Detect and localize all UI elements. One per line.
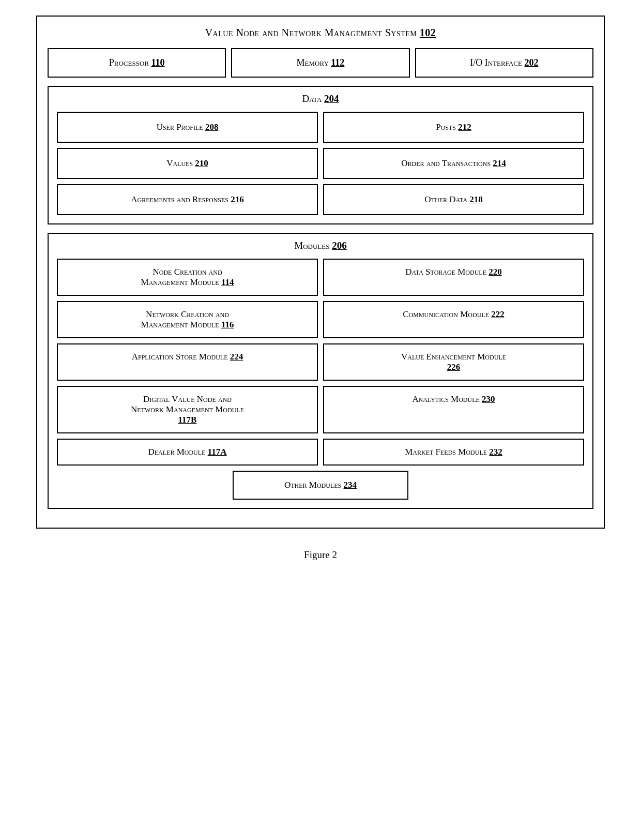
market-feeds-module-box: Market Feeds Module 232: [323, 439, 584, 466]
modules-section: Modules 206 Node Creation andManagement …: [48, 233, 593, 509]
other-modules-box: Other Modules 234: [233, 471, 408, 500]
value-enhancement-module-box: Value Enhancement Module226: [323, 343, 584, 381]
data-section: Data 204 User Profile 208 Posts 212 Valu…: [48, 86, 593, 224]
application-store-module-box: Application Store Module 224: [57, 343, 318, 381]
modules-grid: Node Creation andManagement Module 114 D…: [57, 259, 584, 466]
data-storage-module-box: Data Storage Module 220: [323, 259, 584, 296]
posts-box: Posts 212: [323, 112, 584, 143]
hardware-row: Processor 110 Memory 112 I/O Interface 2…: [48, 48, 593, 78]
order-transactions-box: Order and Transactions 214: [323, 148, 584, 179]
io-interface-box: I/O Interface 202: [415, 48, 593, 78]
outer-title: Value Node and Network Management System…: [48, 27, 593, 39]
agreements-responses-box: Agreements and Responses 216: [57, 184, 318, 215]
analytics-module-box: Analytics Module 230: [323, 386, 584, 433]
communication-module-box: Communication Module 222: [323, 301, 584, 338]
data-grid: User Profile 208 Posts 212 Values 210 Or…: [57, 112, 584, 215]
network-creation-module-box: Network Creation andManagement Module 11…: [57, 301, 318, 338]
node-creation-module-box: Node Creation andManagement Module 114: [57, 259, 318, 296]
user-profile-box: User Profile 208: [57, 112, 318, 143]
values-box: Values 210: [57, 148, 318, 179]
dealer-module-box: Dealer Module 117A: [57, 439, 318, 466]
other-data-box: Other Data 218: [323, 184, 584, 215]
digital-value-node-module-box: Digital Value Node andNetwork Management…: [57, 386, 318, 433]
memory-box: Memory 112: [231, 48, 409, 78]
other-modules-row: Other Modules 234: [57, 471, 584, 500]
modules-section-title: Modules 206: [57, 240, 584, 251]
processor-box: Processor 110: [48, 48, 226, 78]
main-diagram: Value Node and Network Management System…: [36, 16, 605, 529]
figure-caption: Figure 2: [304, 549, 337, 561]
data-section-title: Data 204: [57, 93, 584, 104]
